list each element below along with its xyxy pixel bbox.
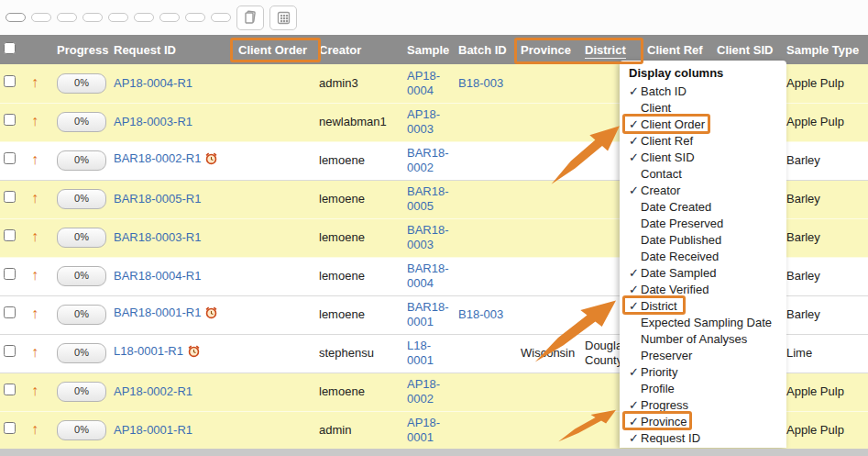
- display-column-option-date-created[interactable]: Date Created: [629, 199, 786, 216]
- request-id-link[interactable]: AP18-0002-R1: [114, 384, 192, 398]
- display-column-option-client[interactable]: Client: [629, 100, 786, 117]
- display-column-option-contact[interactable]: Contact: [629, 166, 786, 183]
- sample-link[interactable]: AP18-0004: [407, 69, 440, 97]
- sample-link[interactable]: BAR18-0005: [407, 184, 449, 213]
- request-id-link[interactable]: BAR18-0003-R1: [114, 230, 201, 244]
- display-column-option-client-order[interactable]: ✓Client Order: [629, 117, 786, 133]
- progress-badge[interactable]: 0%: [57, 112, 106, 132]
- display-columns-button[interactable]: [269, 6, 297, 30]
- request-id-link[interactable]: L18-0001-R1: [114, 344, 183, 358]
- display-column-option-date-published[interactable]: Date Published: [629, 232, 786, 249]
- row-checkbox[interactable]: [4, 268, 16, 280]
- request-id-link[interactable]: BAR18-0004-R1: [114, 269, 201, 283]
- row-checkbox[interactable]: [4, 306, 16, 318]
- display-column-option-creator[interactable]: ✓Creator: [629, 183, 786, 199]
- display-columns-grid-icon: [277, 11, 291, 25]
- column-header-creator[interactable]: Creator: [315, 35, 403, 64]
- sample-link[interactable]: L18-0001: [407, 339, 434, 367]
- row-checkbox[interactable]: [4, 422, 16, 434]
- priority-high-arrow-icon: ↑: [31, 228, 38, 244]
- column-header-sample[interactable]: Sample: [403, 35, 455, 64]
- display-column-option-province[interactable]: ✓Province: [629, 414, 786, 430]
- sample-link[interactable]: BAR18-0002: [407, 146, 449, 174]
- display-column-option-date-received[interactable]: Date Received: [629, 249, 786, 265]
- filter-tab-verified[interactable]: [108, 13, 128, 22]
- display-column-option-client-ref[interactable]: ✓Client Ref: [629, 133, 786, 150]
- request-id-link[interactable]: BAR18-0005-R1: [114, 192, 201, 206]
- request-id-link[interactable]: AP18-0003-R1: [114, 115, 192, 128]
- display-column-option-date-sampled[interactable]: ✓Date Sampled: [629, 265, 786, 282]
- sample-link[interactable]: BAR18-0004: [407, 261, 449, 290]
- row-checkbox[interactable]: [4, 114, 16, 126]
- display-column-option-district[interactable]: ✓District: [629, 298, 786, 315]
- row-checkbox[interactable]: [4, 345, 16, 357]
- batch-id-cell: [455, 373, 517, 411]
- progress-badge[interactable]: 0%: [57, 189, 106, 209]
- sample-link[interactable]: BAR18-0003: [407, 223, 449, 251]
- progress-badge[interactable]: 0%: [57, 228, 106, 248]
- display-column-option-priority[interactable]: ✓Priority: [629, 364, 786, 381]
- filter-tab-invalid[interactable]: [211, 13, 231, 22]
- display-column-option-request-id[interactable]: ✓Request ID: [629, 430, 786, 447]
- column-header-progress[interactable]: Progress: [53, 35, 110, 64]
- display-column-option-client-sid[interactable]: ✓Client SID: [629, 150, 786, 166]
- display-column-option-date-preserved[interactable]: Date Preserved: [629, 216, 786, 232]
- display-column-option-preserver[interactable]: Preserver: [629, 348, 786, 364]
- filter-tab-received[interactable]: [57, 13, 77, 22]
- sample-link[interactable]: BAR18-0001: [407, 300, 449, 328]
- filter-tab-published[interactable]: [134, 13, 154, 22]
- display-column-option-expected-sampling-date[interactable]: Expected Sampling Date: [629, 315, 786, 331]
- display-column-option-number-of-analyses[interactable]: Number of Analyses: [629, 331, 786, 348]
- check-mark-icon: ✓: [629, 265, 641, 282]
- display-column-option-batch-id[interactable]: ✓Batch ID: [629, 83, 786, 100]
- row-checkbox[interactable]: [4, 229, 16, 241]
- province-cell: [517, 295, 581, 334]
- progress-badge[interactable]: 0%: [57, 73, 106, 94]
- column-header-province[interactable]: Province: [517, 35, 581, 64]
- column-header-batch_id[interactable]: Batch ID: [455, 35, 517, 64]
- display-column-option-progress[interactable]: ✓Progress: [629, 397, 786, 414]
- filter-tab-active[interactable]: [5, 13, 26, 22]
- check-mark-icon: ✓: [629, 282, 641, 298]
- client-order-cell: [235, 411, 315, 450]
- request-id-link[interactable]: BAR18-0001-R1: [114, 306, 201, 319]
- progress-badge[interactable]: 0%: [57, 305, 106, 325]
- sample-link[interactable]: AP18-0001: [407, 416, 440, 444]
- print-copies-icon: [243, 10, 258, 25]
- priority-cell: ↑: [27, 180, 53, 218]
- select-all-checkbox[interactable]: [4, 42, 16, 54]
- batch-id-link[interactable]: B18-003: [458, 76, 503, 90]
- row-checkbox[interactable]: [4, 191, 16, 203]
- request-id-link[interactable]: AP18-0004-R1: [114, 76, 192, 90]
- display-column-option-date-verified[interactable]: ✓Date Verified: [629, 282, 786, 298]
- column-header-client_order[interactable]: Client Order: [235, 35, 315, 64]
- column-header-request_id[interactable]: Request ID: [110, 35, 235, 64]
- row-checkbox[interactable]: [4, 75, 16, 87]
- batch-id-link[interactable]: B18-003: [458, 307, 503, 321]
- check-mark-icon: ✓: [629, 364, 641, 381]
- priority-cell: ↑: [27, 373, 53, 411]
- progress-badge[interactable]: 0%: [57, 150, 106, 171]
- filter-tab-to-be-verified[interactable]: [82, 13, 103, 22]
- display-column-option-profile[interactable]: Profile: [629, 381, 786, 397]
- request-id-link[interactable]: BAR18-0002-R1: [114, 151, 201, 165]
- progress-badge[interactable]: 0%: [57, 420, 106, 440]
- row-checkbox[interactable]: [4, 384, 16, 395]
- priority-high-arrow-icon: ↑: [31, 267, 38, 283]
- progress-badge[interactable]: 0%: [57, 343, 106, 363]
- row-checkbox[interactable]: [4, 152, 16, 164]
- client-order-cell: [235, 373, 315, 411]
- request-id-link[interactable]: AP18-0001-R1: [114, 423, 192, 437]
- filter-tab-cancelled[interactable]: [185, 13, 205, 22]
- sample-link[interactable]: AP18-0003: [407, 107, 440, 136]
- horizontal-scrollbar[interactable]: [0, 449, 868, 456]
- progress-badge[interactable]: 0%: [57, 266, 106, 286]
- filter-tab-due[interactable]: [31, 13, 51, 22]
- print-copies-button[interactable]: [236, 6, 264, 30]
- column-header-sample_type[interactable]: Sample Type: [783, 35, 868, 64]
- progress-badge[interactable]: 0%: [57, 382, 106, 402]
- sample-link[interactable]: AP18-0002: [407, 377, 440, 406]
- check-mark-icon: ✓: [629, 298, 641, 315]
- priority-cell: ↑: [27, 295, 53, 334]
- filter-tab-unpublished[interactable]: [159, 13, 180, 22]
